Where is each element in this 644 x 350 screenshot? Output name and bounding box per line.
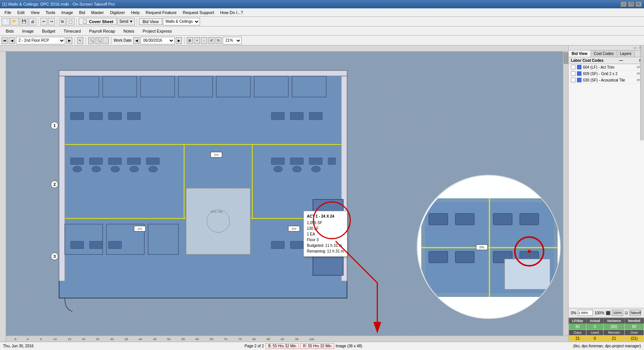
stats-cell-y3: (21) <box>625 336 644 342</box>
tab-timecard[interactable]: Timecard <box>59 27 85 35</box>
svg-text:90: 90 <box>281 337 284 341</box>
status-page: Page 2 of 2 <box>244 344 264 348</box>
tab-bids[interactable]: Bids <box>2 27 18 35</box>
magnifier-svg: 0% <box>417 176 561 319</box>
canvas-vscrollbar[interactable] <box>563 52 568 336</box>
menu-request-support[interactable]: Request Support <box>180 9 217 16</box>
floor-dropdown[interactable]: 2 - 2nd Floor RCP <box>16 37 65 44</box>
svg-rect-67 <box>309 112 322 120</box>
zoom-out-button[interactable]: 🔍 <box>95 37 102 44</box>
tab-image[interactable]: Image <box>18 27 38 35</box>
svg-rect-53 <box>89 158 103 165</box>
rp-tab-costcodes[interactable]: Cost Codes <box>591 50 617 57</box>
rp-tab-bidview[interactable]: Bid View <box>569 50 591 57</box>
tab-budget[interactable]: Budget <box>38 27 59 35</box>
next-date-button[interactable]: ▶ <box>176 37 182 44</box>
minimize-button[interactable]: — <box>621 2 627 7</box>
menu-bid[interactable]: Bid <box>76 9 88 16</box>
zoom-out2-button[interactable]: - <box>201 37 207 44</box>
stats-cell-g0: 80 <box>569 324 586 330</box>
panel-minimize-icon[interactable]: — <box>632 46 638 50</box>
zoom-in-button[interactable]: 🔍 <box>88 37 94 44</box>
zoom-dropdown[interactable]: 21% <box>223 37 242 44</box>
save-button[interactable]: 💾 <box>20 18 28 25</box>
stats-cell-y2: 21 <box>603 336 625 342</box>
pointer-tool[interactable]: ↖ <box>77 37 83 44</box>
tab-notes[interactable]: Notes <box>119 27 139 35</box>
svg-point-82 <box>311 166 320 172</box>
lc-checkbox-2[interactable] <box>571 71 575 76</box>
paste-button[interactable]: 📋 <box>66 18 75 25</box>
lc-color-1 <box>577 65 581 69</box>
menu-edit[interactable]: Edit <box>14 9 28 16</box>
bidview-button[interactable]: Bid View <box>139 18 162 25</box>
lc-label-1: 604 (LF) - Act Trim <box>583 65 614 69</box>
menu-how-do-i[interactable]: How Do I...? <box>217 9 246 16</box>
lc-checkbox-1[interactable] <box>571 65 575 69</box>
menu-view[interactable]: View <box>28 9 43 16</box>
zoom-previous[interactable]: ↺ <box>208 37 214 44</box>
right-panel-vscrollbar[interactable] <box>640 46 644 140</box>
right-panel-header: Labor Cost Codes — ✕ <box>569 57 644 64</box>
zoom-next[interactable]: ↻ <box>216 37 222 44</box>
svg-text:5: 5 <box>40 337 42 341</box>
stats-cell-y1: 0 <box>586 336 603 342</box>
menu-digitizer[interactable]: Digitizer <box>107 9 128 16</box>
filter-range-input[interactable] <box>578 310 593 316</box>
rp-tab-layers[interactable]: Layers <box>617 50 635 57</box>
section-dropdown[interactable]: Walls & Ceilings <box>163 18 200 25</box>
svg-text:55: 55 <box>181 337 185 341</box>
sep5 <box>75 37 75 44</box>
panel-collapse-icon[interactable]: — <box>619 58 623 63</box>
canvas-wrapper: // ruler ticks will be drawn inline <box>0 46 568 342</box>
zoom-window[interactable]: ⬜ <box>103 37 109 44</box>
prev-floor-button[interactable]: ◀ <box>9 37 15 44</box>
grid-label-3: 3 <box>51 253 58 260</box>
menu-help[interactable]: Help <box>128 9 143 16</box>
menu-image[interactable]: Image <box>58 9 76 16</box>
svg-rect-61 <box>70 112 84 120</box>
coversheet-icon: 📋 <box>82 19 88 24</box>
restore-button[interactable]: ❐ <box>628 2 634 7</box>
svg-rect-0 <box>6 46 568 51</box>
date-dropdown[interactable]: 06/30/2016 <box>141 37 175 44</box>
tab-project-express[interactable]: Project Express <box>139 27 176 35</box>
status-remaining: R: 55 Hrs 32 Min <box>300 343 334 349</box>
stats-cell-l1: Used <box>586 330 603 336</box>
stats-cell-l0: Days <box>569 330 586 336</box>
stats-th-actual: Actual <box>586 318 603 324</box>
print-button[interactable]: 🖨 <box>29 18 36 25</box>
svg-rect-59 <box>309 158 322 165</box>
svg-text:80: 80 <box>252 337 256 341</box>
lc-checkbox-3[interactable] <box>571 78 575 82</box>
right-panel: — ✕ Bid View Cost Codes Layers Labor Cos… <box>568 46 644 342</box>
menu-tools[interactable]: Tools <box>42 9 58 16</box>
first-floor-button[interactable]: ⏮ <box>2 37 8 44</box>
redo-button[interactable]: ↪ <box>48 18 55 25</box>
prev-date-button[interactable]: ◀ <box>133 37 139 44</box>
svg-text:10: 10 <box>53 337 57 341</box>
takeoff-btn[interactable]: Takeoff <box>630 310 641 316</box>
next-floor-button[interactable]: ▶ <box>66 37 72 44</box>
lc-color-3 <box>577 78 581 82</box>
coversheet-button[interactable]: 📋 Cover Sheet <box>79 18 117 25</box>
menu-request-feature[interactable]: Request Feature <box>143 9 180 16</box>
zoom-fit-button[interactable]: ⊞ <box>187 37 193 44</box>
tab-payroll-recap[interactable]: Payroll Recap <box>85 27 119 35</box>
copy-button[interactable]: ⧉ <box>59 18 66 25</box>
new-button[interactable]: 📄 <box>2 18 10 25</box>
undo-button[interactable]: ↩ <box>41 18 47 25</box>
svg-text:15: 15 <box>68 337 71 341</box>
send-button[interactable]: Send ▼ <box>117 18 135 25</box>
workdate-label: Work Date <box>114 38 131 42</box>
canvas-area[interactable]: STS 785 <box>6 52 568 342</box>
v-ruler-svg <box>0 52 6 342</box>
menu-file[interactable]: File <box>2 9 14 16</box>
menu-master[interactable]: Master <box>88 9 107 16</box>
open-button[interactable]: 📂 <box>11 18 19 25</box>
tooltip-floor: Floor 3 <box>307 237 344 243</box>
filter-pct-btn[interactable]: 100% <box>612 310 623 316</box>
close-button[interactable]: ✕ <box>636 2 642 7</box>
svg-rect-43 <box>59 76 65 281</box>
zoom-in2-button[interactable]: + <box>194 37 200 44</box>
